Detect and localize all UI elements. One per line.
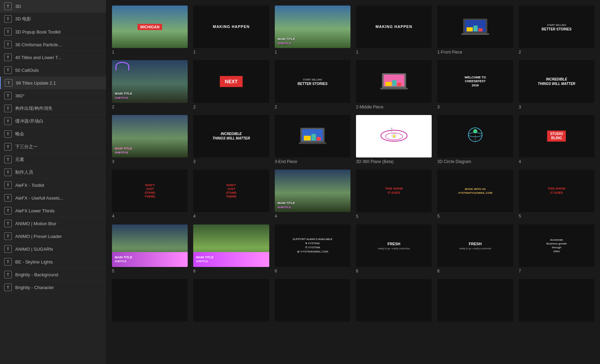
- sidebar-label: 晚会: [15, 131, 24, 137]
- thumb-label: 1-Front Piece: [437, 50, 513, 55]
- grid-cell-4-2: SUPPORT ALWAYS AVAILABLE♥ VYSTINA✆ VYSTI…: [275, 224, 350, 274]
- sidebar-item-5[interactable]: T50 CallOuts: [0, 64, 106, 77]
- svg-rect-16: [317, 137, 321, 141]
- thumb-label: 4: [519, 159, 594, 164]
- sidebar-item-15[interactable]: TAleFX - Usefull Assets...: [0, 192, 106, 204]
- sidebar: T3DT3D 电影T3D Popup Book ToolkitT36 Chrit…: [0, 0, 106, 364]
- svg-rect-15: [311, 134, 316, 141]
- text-icon: T: [4, 143, 12, 151]
- thumbnail-laptop-colorful-2[interactable]: [356, 60, 432, 103]
- thumbnail-dont-stand-2[interactable]: DON'TJUSTSTANDTHERE: [193, 170, 269, 212]
- text-icon: T: [4, 66, 12, 74]
- sidebar-label: 3D Popup Book Toolkit: [15, 29, 60, 35]
- thumb-label: 1: [193, 50, 269, 55]
- thumbnail-mountain-red-bar[interactable]: MICHIGAN: [112, 6, 188, 48]
- text-icon: T: [4, 271, 12, 278]
- grid-cell-5-3: [356, 279, 432, 322]
- thumbnail-laptop-colorful[interactable]: [437, 6, 513, 48]
- text-icon: T: [4, 41, 12, 48]
- sidebar-item-20[interactable]: TBE - Skyline Lights: [0, 256, 106, 268]
- thumbnail-circle-plane[interactable]: [356, 115, 432, 157]
- thumbnail-dark-partial[interactable]: [193, 279, 269, 322]
- sidebar-item-18[interactable]: TANIMO | Preset Loader: [0, 230, 106, 243]
- thumbnail-dark-partial[interactable]: [437, 279, 513, 322]
- grid-cell-3-0: DON'TJUSTSTANDTHERE4: [112, 170, 188, 219]
- sidebar-item-4[interactable]: T40 Titles and Lower T...: [0, 51, 106, 64]
- thumbnail-support[interactable]: SUPPORT ALWAYS AVAILABLE♥ VYSTINA✆ VYSTI…: [275, 224, 350, 267]
- thumbnail-mountain-title[interactable]: MAIN TITLESUBTITLE: [275, 6, 350, 48]
- grid-cell-4-3: FRESHready to go • easily customise6: [356, 224, 432, 274]
- grid-cell-4-5: AccelerateBusiness growththroughvideo7: [519, 224, 594, 274]
- sidebar-item-8[interactable]: T构件出现/构件消失: [0, 102, 106, 115]
- sidebar-item-22[interactable]: TBrightly - Character: [0, 281, 106, 294]
- sidebar-item-3[interactable]: T36 Chritsmas Particle...: [0, 38, 106, 51]
- sidebar-label: 40 Titles and Lower T...: [15, 55, 61, 60]
- sidebar-item-21[interactable]: TBrightly - Background: [0, 268, 106, 281]
- thumbnail-this-show[interactable]: THIS SHOWIT GOES: [356, 170, 432, 212]
- sidebar-item-0[interactable]: T3D: [0, 0, 106, 13]
- svg-rect-11: [380, 88, 408, 89]
- sidebar-item-1[interactable]: T3D 电影: [0, 13, 106, 26]
- thumbnail-cheesefest[interactable]: WELCOME TOCHEESEFEST2018: [437, 60, 513, 103]
- thumbnail-mountain-purple[interactable]: MAIN TITLESUBTITLE: [112, 60, 188, 103]
- grid-cell-1-1: NEXT2: [193, 60, 269, 109]
- thumbnail-dark-partial[interactable]: [275, 279, 350, 322]
- sidebar-item-11[interactable]: T下三分之一: [0, 141, 106, 153]
- thumbnail-mountain-title-3[interactable]: MAIN TITLESUBTITLE: [112, 224, 188, 267]
- sidebar-item-16[interactable]: TAleFX Lower Thirds: [0, 204, 106, 217]
- thumbnail-studio-bling[interactable]: STUDIOBLING: [519, 115, 594, 157]
- sidebar-item-14[interactable]: TAleFX - Toolkit: [0, 179, 106, 192]
- text-icon: T: [4, 220, 12, 227]
- thumbnail-book-with[interactable]: BOOK WITH USVYSTINATV@GMAIL.COM: [437, 170, 513, 212]
- sidebar-item-2[interactable]: T3D Popup Book Toolkit: [0, 26, 106, 38]
- text-icon: T: [4, 105, 12, 112]
- text-icon: T: [4, 169, 12, 176]
- thumbnail-next-btn[interactable]: NEXT: [193, 60, 269, 103]
- thumbnail-mountain-title-2[interactable]: MAIN TITLESUBTITLE: [275, 170, 350, 212]
- thumbnail-this-show-2[interactable]: THIS SHOWIT GOES: [519, 170, 594, 212]
- thumbnail-dark-partial[interactable]: [519, 279, 594, 322]
- thumbnail-fresh[interactable]: FRESHready to go • easily customise: [356, 224, 432, 267]
- thumbnail-mountain-pink[interactable]: MAIN TITLESUBTITLE: [112, 115, 188, 157]
- sidebar-item-17[interactable]: TANIMO | Motion Blur: [0, 217, 106, 230]
- thumbnail-better-stories-mid[interactable]: START SELLINGBETTER STORIES: [275, 60, 350, 103]
- text-icon: T: [4, 232, 12, 240]
- thumbnail-making-happen[interactable]: MAKING HAPPEN: [193, 6, 269, 48]
- sidebar-item-6[interactable]: T99 Titles Update 2.1: [0, 77, 106, 89]
- thumbnail-fresh-2[interactable]: FRESHready to go • easily customise: [437, 224, 513, 267]
- grid-cell-1-5: INCREDIBLETHINGS WILL MATTER3: [519, 60, 594, 109]
- thumb-label: 3-End Piece: [275, 159, 350, 164]
- grid-cell-1-3: 2-Middle Piece: [356, 60, 432, 109]
- sidebar-item-13[interactable]: T制作人员: [0, 166, 106, 179]
- thumb-label: 1: [275, 50, 350, 55]
- sidebar-item-19[interactable]: TANIMO | SUGARfx: [0, 243, 106, 256]
- thumb-label: 3: [519, 105, 594, 109]
- sidebar-label: 3D 电影: [15, 16, 31, 22]
- thumb-label: 5: [112, 269, 188, 274]
- sidebar-label: 下三分之一: [15, 144, 38, 150]
- thumbnail-dark-partial[interactable]: [356, 279, 432, 322]
- sidebar-item-10[interactable]: T晚会: [0, 128, 106, 141]
- sidebar-label: Brightly - Character: [15, 285, 54, 290]
- sidebar-item-9[interactable]: T缓冲器/开场白: [0, 115, 106, 128]
- text-icon: T: [4, 245, 12, 253]
- thumbnail-incredible[interactable]: INCREDIBLETHINGS WILL MATTER: [519, 60, 594, 103]
- text-icon: T: [5, 79, 12, 87]
- grid-cell-2-4: 3D Circle Diagram: [437, 115, 513, 164]
- grid-cell-4-4: FRESHready to go • easily customise6: [437, 224, 513, 274]
- thumbnail-accelerate[interactable]: AccelerateBusiness growththroughvideo: [519, 224, 594, 267]
- thumb-label: 7: [519, 269, 594, 274]
- sidebar-item-7[interactable]: T360°: [0, 89, 106, 102]
- thumb-label: 2: [275, 105, 350, 109]
- thumbnail-dark-partial[interactable]: [112, 279, 188, 322]
- thumbnail-circle-diagram[interactable]: [437, 115, 513, 157]
- thumbnail-laptop-3d[interactable]: [275, 115, 350, 157]
- thumbnail-better-stories-dark[interactable]: START SELLINGBETTER STORIES: [519, 6, 594, 48]
- thumbnail-making-happen[interactable]: MAKING HAPPEN: [356, 6, 432, 48]
- thumbnail-dont-stand[interactable]: DON'TJUSTSTANDTHERE: [112, 170, 188, 212]
- thumbnail-incredible-2[interactable]: INCREDIBLETHINGS WILL MATTER: [193, 115, 269, 157]
- sidebar-item-12[interactable]: T元素: [0, 153, 106, 166]
- thumb-label: 6: [437, 269, 513, 274]
- thumb-label: 5: [356, 214, 432, 219]
- thumbnail-mountain-title-4[interactable]: MAIN TITLESUBTITLE: [193, 224, 269, 267]
